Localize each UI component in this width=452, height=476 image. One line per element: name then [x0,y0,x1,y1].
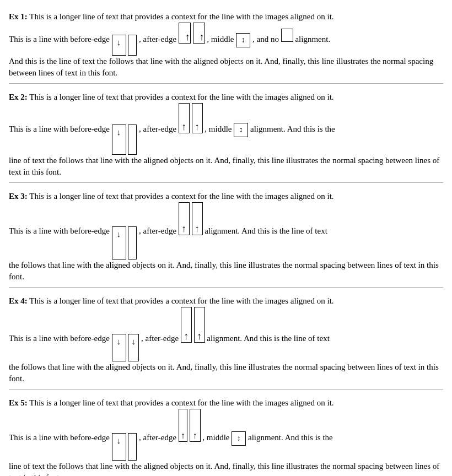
middle-icon-ex1: ↕ [236,33,250,47]
ex3-context: Ex 3: This is a longer line of text that… [9,191,443,202]
after-edge-icon-ex5: ↑ [179,409,187,442]
ex1-inline-line: This is a line with before-edge ↓ , afte… [9,23,443,56]
ex4-follow: the follows that line with the aligned o… [9,361,443,385]
before-edge-icon2-ex1 [128,35,137,56]
ex3-inline-line: This is a line with before-edge ↓ , afte… [9,202,443,259]
ex5-label: Ex 5: [9,398,28,407]
ex2-label: Ex 2: [9,93,28,101]
ex1-follow: And this is the line of text the follows… [9,56,443,79]
ex5-inline-line: This is a line with before-edge ↓ , afte… [9,409,443,461]
ex2-context: Ex 2: This is a longer line of text that… [9,91,443,103]
middle-icon-ex5: ↕ [232,431,246,446]
before-edge-icon-ex4: ↓ [112,334,126,361]
example-2: Ex 2: This is a longer line of text that… [9,86,443,183]
ex5-context: Ex 5: This is a longer line of text that… [9,397,443,409]
ex3-label: Ex 3: [9,192,28,201]
ex3-follow: the follows that line with the aligned o… [9,259,443,283]
after-edge-icon2-ex1: ↑ [193,23,205,44]
before-edge-icon2-ex3 [128,226,137,259]
before-edge-icon2-ex4: ↓ [128,334,139,361]
after-edge-icon2-ex5: ↑ [190,409,201,442]
after-edge-icon2-ex4: ↑ [194,307,205,343]
after-edge-icon-ex3: ↑ [179,202,190,235]
example-1: Ex 1: This is a longer line of text that… [9,6,443,84]
example-5: Ex 5: This is a longer line of text that… [9,392,443,476]
ex4-context: Ex 4: This is a longer line of text that… [9,295,443,307]
before-edge-icon-ex2: ↓ [112,125,126,155]
ex5-follow: line of text the follows that line with … [9,461,443,476]
after-edge-icon-ex4: ↑ [181,307,192,343]
ex4-inline-line: This is a line with before-edge ↓ ↓ , af… [9,307,443,361]
after-edge-icon-ex1: ↑ [179,23,191,44]
before-edge-icon-ex1: ↓ [112,35,126,56]
middle-icon-ex2: ↕ [234,123,248,137]
before-edge-icon-ex5: ↓ [112,433,126,461]
no-align-icon-ex1 [281,29,293,42]
ex4-label: Ex 4: [9,296,28,305]
example-3: Ex 3: This is a longer line of text that… [9,185,443,288]
before-edge-icon2-ex5 [128,433,137,461]
ex2-inline-line: This is a line with before-edge ↓ , afte… [9,103,443,155]
example-4: Ex 4: This is a longer line of text that… [9,290,443,390]
before-edge-icon2-ex2 [128,125,137,155]
ex1-label: Ex 1: [9,12,28,21]
after-edge-icon2-ex3: ↑ [192,202,203,235]
after-edge-icon2-ex2: ↑ [192,103,203,133]
ex2-follow: line of text the follows that line with … [9,155,443,178]
ex1-context: Ex 1: This is a longer line of text that… [9,11,443,23]
before-edge-icon-ex3: ↓ [112,226,126,259]
after-edge-icon-ex2: ↑ [179,103,190,133]
